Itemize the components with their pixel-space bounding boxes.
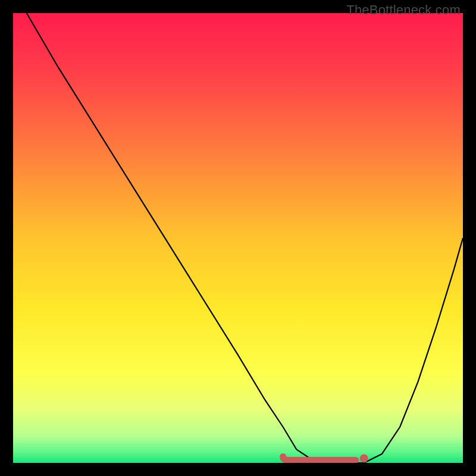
svg-point-1 <box>360 454 368 462</box>
chart-frame <box>13 13 463 463</box>
bottleneck-curve <box>13 13 463 463</box>
watermark-text: TheBottleneck.com <box>346 2 461 18</box>
